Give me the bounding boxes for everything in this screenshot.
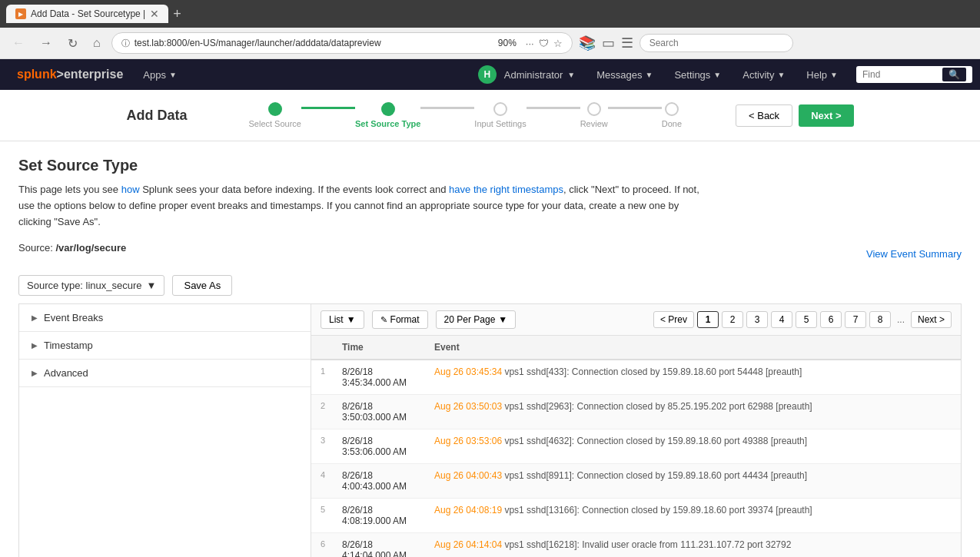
menu-icon[interactable]: ☰	[621, 35, 633, 51]
next-page-button[interactable]: Next >	[911, 311, 952, 328]
user-avatar: H	[478, 65, 497, 84]
step-dot-5	[665, 102, 679, 116]
step-done: Done	[662, 102, 682, 128]
wizard-header: Add Data Select Source Set Source Type I…	[0, 90, 980, 141]
page-6-button[interactable]: 6	[820, 311, 842, 328]
table-row: 2 8/26/183:50:03.000 AM Aug 26 03:50:03 …	[311, 395, 961, 429]
table-toolbar: List ▼ ✎ Format 20 Per Page ▼ < Prev 1	[311, 304, 961, 336]
page-5-button[interactable]: 5	[796, 311, 817, 328]
format-pencil-icon: ✎	[380, 315, 387, 325]
back-nav-button[interactable]: ←	[8, 35, 29, 51]
apps-caret-icon: ▼	[169, 71, 177, 79]
page-3-button[interactable]: 3	[746, 311, 768, 328]
messages-caret-icon: ▼	[645, 71, 653, 79]
save-as-button[interactable]: Save As	[172, 275, 232, 296]
sidebar-item-activity[interactable]: Activity ▼	[732, 59, 796, 90]
step-review: Review	[580, 102, 608, 128]
browser-chrome: ▶ Add Data - Set Sourcetype | ✕ +	[0, 0, 980, 28]
source-type-toolbar: Source type: linux_secure ▼ Save As	[18, 275, 962, 296]
events-table: Time Event 1 8/26/183:45:34.000 AM Aug 2…	[311, 336, 961, 557]
main-content: Add Data Select Source Set Source Type I…	[0, 90, 980, 557]
admin-label: Administrator	[504, 69, 563, 81]
zoom-level[interactable]: 90%	[493, 36, 521, 50]
tab-favicon: ▶	[15, 8, 26, 19]
accordion-header-timestamp[interactable]: ▶ Timestamp	[19, 332, 311, 359]
browser-search-input[interactable]	[639, 34, 793, 52]
browser-tab[interactable]: ▶ Add Data - Set Sourcetype | ✕	[6, 5, 168, 23]
format-dropdown[interactable]: ✎ Format	[372, 310, 428, 329]
page-1-button[interactable]: 1	[697, 311, 719, 328]
step-label-4: Review	[580, 119, 608, 128]
sidebar-item-administrator[interactable]: H Administrator ▼	[467, 59, 586, 90]
step-label-1: Select Source	[248, 119, 301, 128]
forward-nav-button[interactable]: →	[35, 35, 57, 51]
star-icon[interactable]: ☆	[553, 38, 563, 49]
admin-caret-icon: ▼	[567, 71, 575, 79]
table-row: 1 8/26/183:45:34.000 AM Aug 26 03:45:34 …	[311, 360, 961, 395]
prev-page-button[interactable]: < Prev	[653, 311, 694, 328]
connector-3	[527, 107, 580, 109]
left-panel: ▶ Event Breaks ▶ Timestamp ▶ Advanced	[19, 304, 311, 557]
sidebar-item-apps[interactable]: Apps ▼	[132, 59, 188, 90]
find-input[interactable]	[862, 69, 939, 80]
step-dot-4	[587, 102, 601, 116]
more-options-icon[interactable]: ···	[526, 38, 534, 49]
col-header-time: Time	[334, 336, 427, 360]
sidebar-item-settings[interactable]: Settings ▼	[663, 59, 732, 90]
sidebar-item-messages[interactable]: Messages ▼	[586, 59, 663, 90]
step-select-source: Select Source	[248, 102, 301, 128]
browser-nav-bar: ← → ↻ ⌂ ⓘ test.lab:8000/en-US/manager/la…	[0, 28, 980, 59]
accordion-event-breaks: ▶ Event Breaks	[19, 304, 311, 332]
tab-close-icon[interactable]: ✕	[150, 8, 159, 20]
back-button[interactable]: < Back	[736, 104, 792, 127]
connector-4	[608, 107, 662, 109]
step-input-settings: Input Settings	[474, 102, 526, 128]
sidebar-icon[interactable]: ▭	[602, 35, 615, 51]
step-label-5: Done	[662, 119, 682, 128]
reload-button[interactable]: ↻	[63, 35, 82, 52]
row-number: 2	[311, 395, 334, 429]
row-time: 8/26/183:45:34.000 AM	[334, 360, 427, 395]
address-bar[interactable]: ⓘ test.lab:8000/en-US/manager/launcher/a…	[111, 32, 573, 54]
home-button[interactable]: ⌂	[88, 35, 105, 51]
new-tab-button[interactable]: +	[173, 6, 181, 22]
page-4-button[interactable]: 4	[771, 311, 792, 328]
sidebar-item-help[interactable]: Help ▼	[796, 59, 849, 90]
table-header-row: Time Event	[311, 336, 961, 360]
accordion-header-advanced[interactable]: ▶ Advanced	[19, 360, 311, 386]
splunk-nav: splunk>enterprise Apps ▼ H Administrator…	[0, 59, 980, 90]
help-label: Help	[806, 69, 827, 81]
row-number: 3	[311, 429, 334, 464]
timestamps-link[interactable]: have the right timestamps	[449, 184, 563, 195]
row-event: Aug 26 03:50:03 vps1 sshd[2963]: Connect…	[427, 395, 961, 429]
event-text: vps1 sshd[433]: Connection closed by 159…	[502, 366, 802, 377]
bookmark-icon[interactable]: 🛡	[539, 38, 549, 49]
event-timestamp: Aug 26 04:08:19	[434, 505, 502, 516]
col-header-num	[311, 336, 334, 360]
row-number: 1	[311, 360, 334, 395]
list-caret-icon: ▼	[347, 314, 356, 325]
activity-caret-icon: ▼	[777, 71, 785, 79]
view-event-summary-link[interactable]: View Event Summary	[866, 248, 962, 260]
next-button[interactable]: Next >	[799, 104, 853, 127]
page-2-button[interactable]: 2	[722, 311, 743, 328]
source-type-caret-icon: ▼	[147, 280, 157, 291]
find-search-button[interactable]: 🔍	[942, 68, 966, 81]
event-timestamp: Aug 26 04:00:43	[434, 470, 502, 481]
event-text: vps1 sshd[4632]: Connection closed by 15…	[502, 436, 807, 446]
source-type-dropdown[interactable]: Source type: linux_secure ▼	[18, 275, 164, 296]
accordion-header-event-breaks[interactable]: ▶ Event Breaks	[19, 304, 311, 331]
how-link[interactable]: how	[121, 184, 140, 195]
splunk-logo: splunk>enterprise	[8, 68, 132, 81]
lock-icon: ⓘ	[121, 38, 130, 49]
per-page-dropdown[interactable]: 20 Per Page ▼	[436, 310, 517, 329]
library-icon[interactable]: 📚	[579, 35, 596, 51]
event-text: vps1 sshd[8911]: Connection closed by 15…	[502, 470, 807, 481]
page-8-button[interactable]: 8	[869, 311, 891, 328]
page-content: Set Source Type This page lets you see h…	[0, 141, 980, 557]
step-dot-2	[381, 102, 395, 116]
page-7-button[interactable]: 7	[845, 311, 866, 328]
event-text: vps1 sshd[13166]: Connection closed by 1…	[502, 505, 812, 516]
content-area: ▶ Event Breaks ▶ Timestamp ▶ Advanced	[18, 303, 962, 557]
list-dropdown[interactable]: List ▼	[321, 310, 364, 329]
